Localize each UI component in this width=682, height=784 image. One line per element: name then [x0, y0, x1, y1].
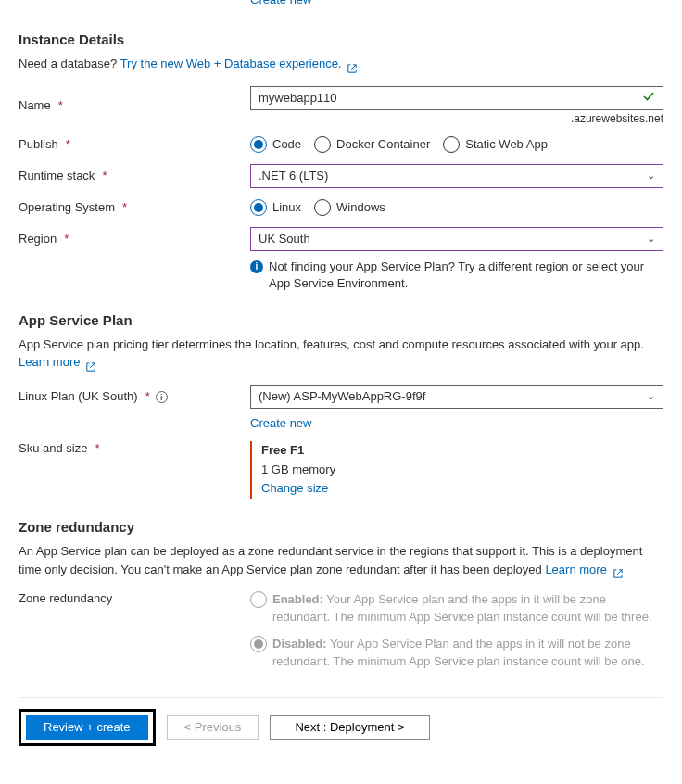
section-instance-details: Instance Details [19, 32, 663, 47]
web-database-link[interactable]: Try the new Web + Database experience. [120, 57, 357, 70]
external-link-icon [347, 60, 357, 70]
zone-enabled-radio: Enabled: Your App Service plan and the a… [250, 591, 663, 626]
runtime-stack-label: Runtime stack* [19, 169, 250, 183]
section-zone-redundancy: Zone redundancy [19, 519, 663, 535]
publish-label: Publish* [19, 137, 250, 151]
region-label: Region* [19, 232, 250, 246]
region-info: i Not finding your App Service Plan? Try… [250, 259, 663, 292]
review-create-button[interactable]: Review + create [26, 715, 148, 740]
publish-radio-group: Code Docker Container Static Web App [250, 136, 663, 153]
asp-learn-more-link[interactable]: Learn more [19, 355, 95, 369]
sku-display: Free F1 1 GB memory Change size [250, 441, 663, 499]
chevron-down-icon: ⌄ [647, 170, 655, 182]
check-icon [642, 90, 655, 106]
chevron-down-icon: ⌄ [647, 233, 655, 245]
os-linux-radio[interactable]: Linux [250, 199, 301, 216]
chevron-down-icon: ⌄ [647, 390, 655, 402]
zone-desc: An App Service plan can be deployed as a… [19, 542, 663, 578]
linux-plan-select[interactable]: (New) ASP-MyWebAppRG-9f9f ⌄ [250, 385, 663, 409]
region-select[interactable]: UK South ⌄ [250, 227, 663, 251]
create-new-plan-link[interactable]: Create new [250, 416, 311, 430]
review-create-highlight: Review + create [19, 709, 156, 746]
external-link-icon [613, 565, 623, 575]
publish-code-radio[interactable]: Code [250, 136, 301, 153]
asp-desc: App Service plan pricing tier determines… [19, 335, 663, 372]
publish-static-radio[interactable]: Static Web App [443, 136, 548, 153]
info-icon: i [250, 260, 263, 273]
zone-learn-more-link[interactable]: Learn more [545, 563, 622, 576]
zone-redundancy-label: Zone redundancy [19, 591, 250, 605]
sku-name: Free F1 [261, 441, 663, 461]
name-label: Name* [19, 98, 250, 112]
sku-label: Sku and size* [19, 441, 250, 455]
info-icon[interactable]: i [156, 391, 168, 403]
next-deployment-button[interactable]: Next : Deployment > [270, 715, 429, 740]
publish-docker-radio[interactable]: Docker Container [314, 136, 430, 153]
previous-button: < Previous [167, 715, 259, 740]
os-windows-radio[interactable]: Windows [314, 199, 385, 216]
sku-detail: 1 GB memory [261, 461, 663, 480]
name-input[interactable]: mywebapp110 [250, 86, 663, 110]
create-new-link-top[interactable]: Create new [19, 0, 663, 11]
footer-buttons: Review + create < Previous Next : Deploy… [19, 698, 663, 763]
name-suffix: .azurewebsites.net [250, 112, 663, 125]
db-prompt-text: Need a database? [19, 57, 117, 70]
section-app-service-plan: App Service Plan [19, 312, 663, 328]
runtime-stack-select[interactable]: .NET 6 (LTS) ⌄ [250, 164, 663, 188]
database-prompt: Need a database? Try the new Web + Datab… [19, 55, 663, 73]
os-label: Operating System* [19, 200, 250, 214]
os-radio-group: Linux Windows [250, 199, 663, 216]
external-link-icon [86, 359, 95, 368]
zone-disabled-radio: Disabled: Your App Service Plan and the … [250, 636, 663, 671]
change-size-link[interactable]: Change size [261, 481, 328, 495]
linux-plan-label: Linux Plan (UK South)* i [19, 389, 250, 403]
